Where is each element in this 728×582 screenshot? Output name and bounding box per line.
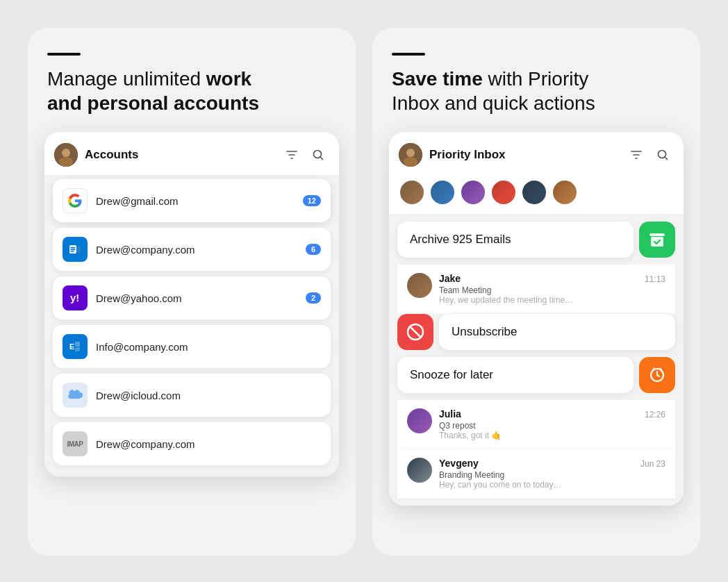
- svg-point-16: [406, 149, 415, 157]
- account-item-gmail[interactable]: Drew@gmail.com 12: [53, 179, 331, 222]
- account-item-imap[interactable]: IMAP Drew@company.com: [53, 422, 331, 465]
- left-panel-title: Manage unlimited workand personal accoun…: [47, 67, 336, 115]
- svg-point-3: [314, 151, 322, 158]
- yev-name: Yevgeny: [439, 458, 479, 469]
- jake-name-row: Jake 11:13: [439, 273, 665, 284]
- outlook-logo: [63, 237, 88, 262]
- exchange-logo: E: [63, 334, 88, 359]
- company-email: Drew@company.com: [96, 244, 297, 256]
- archive-action-row: Archive 925 Emails: [397, 222, 675, 258]
- unsubscribe-action-row: Unsubscribe: [397, 314, 675, 350]
- main-container: Manage unlimited workand personal accoun…: [0, 0, 728, 582]
- email-preview-jake[interactable]: Jake 11:13 Team Meeting Hey, we updated …: [397, 265, 675, 314]
- julia-time: 12:26: [645, 410, 665, 419]
- unsubscribe-action-card[interactable]: Unsubscribe: [439, 314, 675, 350]
- gmail-email: Drew@gmail.com: [96, 195, 295, 207]
- accounts-title: Accounts: [85, 148, 138, 162]
- company-badge: 6: [306, 244, 321, 255]
- contact-avatar-2[interactable]: [429, 179, 456, 206]
- header-icons: [283, 147, 326, 163]
- contact-avatar-4[interactable]: [490, 179, 517, 206]
- yev-subject: Branding Meeting: [439, 470, 665, 480]
- julia-subject: Q3 repost: [439, 421, 665, 431]
- yahoo-email: Drew@yahoo.com: [96, 292, 297, 304]
- archive-button[interactable]: [639, 222, 675, 258]
- julia-avatar: [407, 408, 432, 433]
- imap-email: Drew@company.com: [96, 438, 321, 450]
- account-item-icloud[interactable]: Drew@icloud.com: [53, 374, 331, 417]
- title-bar-left: [47, 53, 81, 56]
- svg-text:E: E: [69, 342, 74, 351]
- svg-point-18: [659, 151, 666, 158]
- yev-avatar: [407, 458, 432, 483]
- priority-filter-icon[interactable]: [628, 147, 645, 163]
- unsubscribe-left-btn[interactable]: [397, 314, 433, 350]
- julia-preview: Thanks, got it 🤙: [439, 431, 665, 440]
- julia-name-row: Julia 12:26: [439, 408, 665, 419]
- info-email: Info@company.com: [96, 341, 321, 353]
- gmail-logo: [63, 188, 88, 213]
- priority-search-icon[interactable]: [654, 147, 671, 163]
- right-panel-title: Save time with PriorityInbox and quick a…: [392, 67, 681, 115]
- priority-actions: Archive 925 Emails: [389, 215, 684, 506]
- contact-avatar-5[interactable]: [521, 179, 547, 206]
- yev-preview: Hey, can you come on to today…: [439, 480, 665, 490]
- julia-content: Julia 12:26 Q3 repost Thanks, got it 🤙: [439, 408, 665, 440]
- contact-avatar-1[interactable]: [399, 179, 425, 206]
- svg-rect-14: [75, 347, 80, 351]
- email-preview-yevgeny[interactable]: Yevgeny Jun 23 Branding Meeting Hey, can…: [397, 449, 675, 499]
- unsubscribe-label: Unsubscribe: [452, 325, 518, 339]
- icloud-logo: [63, 383, 88, 408]
- svg-rect-8: [71, 251, 74, 252]
- svg-point-2: [59, 157, 73, 167]
- jake-name: Jake: [439, 273, 461, 284]
- jake-avatar: [407, 273, 432, 298]
- gmail-badge: 12: [303, 195, 321, 206]
- account-item-yahoo[interactable]: y! Drew@yahoo.com 2: [53, 276, 331, 319]
- svg-rect-19: [650, 233, 665, 236]
- julia-name: Julia: [439, 408, 461, 419]
- snooze-action-row: Snooze for later: [397, 357, 675, 393]
- svg-rect-20: [651, 237, 663, 247]
- yev-content: Yevgeny Jun 23 Branding Meeting Hey, can…: [439, 458, 665, 490]
- left-panel: Manage unlimited workand personal accoun…: [28, 28, 356, 556]
- snooze-action-card[interactable]: Snooze for later: [397, 357, 634, 393]
- svg-point-17: [404, 157, 417, 167]
- svg-point-1: [62, 149, 70, 157]
- icloud-email: Drew@icloud.com: [96, 390, 321, 401]
- contact-avatar-3[interactable]: [460, 179, 486, 206]
- account-item-outlook[interactable]: Drew@company.com 6: [53, 228, 331, 271]
- snooze-button[interactable]: [639, 357, 675, 393]
- priority-header-icons: [628, 147, 671, 163]
- priority-phone: Priority Inbox: [389, 132, 684, 506]
- svg-rect-6: [71, 247, 76, 249]
- search-icon[interactable]: [310, 147, 326, 163]
- title-bar-right: [392, 53, 425, 56]
- filter-icon[interactable]: [283, 147, 300, 163]
- priority-header: Priority Inbox: [389, 132, 684, 174]
- contact-avatars-row: [389, 174, 684, 215]
- jake-subject: Team Meeting: [439, 285, 665, 295]
- accounts-header-left: Accounts: [54, 143, 138, 167]
- avatar: [54, 143, 78, 167]
- jake-content: Jake 11:13 Team Meeting Hey, we updated …: [439, 273, 665, 305]
- yahoo-badge: 2: [306, 292, 321, 304]
- snooze-label: Snooze for later: [410, 368, 493, 382]
- svg-text:y!: y!: [70, 292, 79, 304]
- priority-title: Priority Inbox: [429, 148, 506, 162]
- jake-time: 11:13: [645, 274, 665, 284]
- email-preview-julia[interactable]: Julia 12:26 Q3 repost Thanks, got it 🤙: [397, 400, 675, 449]
- svg-rect-13: [75, 342, 80, 347]
- priority-avatar: [399, 143, 422, 167]
- account-item-exchange[interactable]: E Info@company.com: [53, 325, 331, 368]
- archive-label: Archive 925 Emails: [410, 233, 511, 247]
- account-list: Drew@gmail.com 12: [44, 175, 339, 476]
- archive-action-card[interactable]: Archive 925 Emails: [397, 222, 634, 258]
- contact-avatar-6[interactable]: [552, 179, 578, 206]
- imap-logo: IMAP: [63, 431, 88, 456]
- accounts-header: Accounts: [44, 132, 339, 175]
- accounts-phone: Accounts: [44, 132, 339, 476]
- yev-name-row: Yevgeny Jun 23: [439, 458, 665, 469]
- right-panel: Save time with PriorityInbox and quick a…: [372, 28, 700, 556]
- yahoo-logo: y!: [63, 285, 88, 310]
